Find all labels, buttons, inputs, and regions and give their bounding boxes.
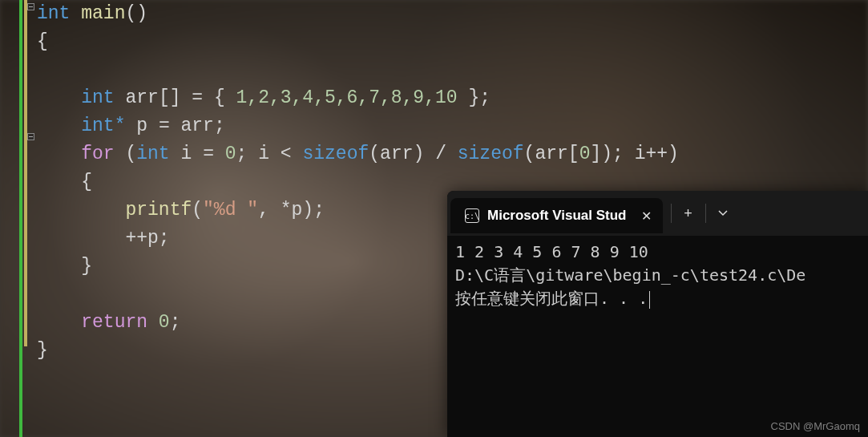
modified-change-indicator [24, 0, 27, 346]
tab-dropdown-button[interactable] [706, 199, 740, 228]
terminal-tab-title: Microsoft Visual Stud [487, 208, 627, 224]
fold-toggle-icon[interactable] [27, 3, 34, 10]
terminal-titlebar[interactable]: c:\ Microsoft Visual Stud ✕ + [447, 191, 868, 236]
output-line: 1 2 3 4 5 6 7 8 9 10 [455, 242, 648, 261]
terminal-cursor [649, 291, 650, 309]
function-name: main [81, 3, 125, 24]
watermark: CSDN @MrGaomq [771, 420, 860, 432]
cmd-icon: c:\ [465, 208, 479, 223]
editor-gutter [0, 0, 35, 437]
terminal-output[interactable]: 1 2 3 4 5 6 7 8 9 10 D:\C语言\gitware\begi… [447, 236, 868, 315]
saved-change-indicator [19, 0, 22, 437]
keyword-type: int [37, 3, 70, 24]
terminal-window[interactable]: c:\ Microsoft Visual Stud ✕ + 1 2 3 4 5 … [447, 191, 868, 437]
terminal-tab[interactable]: c:\ Microsoft Visual Stud ✕ [450, 198, 663, 233]
output-line: 按任意键关闭此窗口. . . [455, 289, 648, 308]
new-tab-button[interactable]: + [672, 199, 705, 228]
chevron-down-icon [718, 208, 728, 218]
fold-toggle-icon[interactable] [27, 133, 34, 140]
output-line: D:\C语言\gitware\begin_-c\test24.c\De [455, 265, 805, 285]
close-icon[interactable]: ✕ [641, 208, 652, 224]
terminal-tab-actions: + [671, 199, 740, 228]
